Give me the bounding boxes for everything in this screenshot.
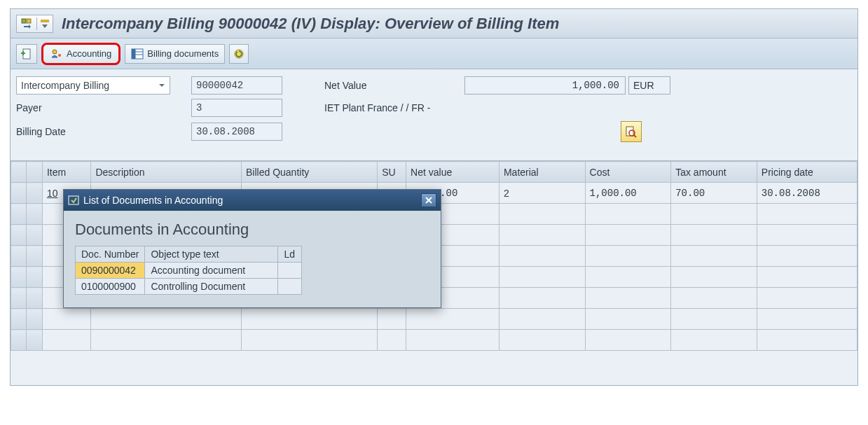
currency-field: EUR	[628, 76, 670, 95]
preview-button[interactable]	[621, 121, 642, 142]
items-table-wrap: Item Description Billed Quantity SU Net …	[11, 161, 857, 385]
doc-row[interactable]: 0100000900 Controlling Document	[76, 279, 302, 295]
cell-pricing-date: 30.08.2008	[757, 183, 857, 204]
billing-date-field[interactable]: 30.08.2008	[191, 123, 282, 141]
col-cost[interactable]: Cost	[585, 162, 671, 183]
popup-body: Documents in Accounting Doc. Number Obje…	[64, 211, 441, 307]
svg-point-7	[58, 54, 61, 57]
col-doc-number[interactable]: Doc. Number	[76, 246, 145, 263]
divider	[36, 18, 37, 30]
col-net-value[interactable]: Net value	[406, 162, 500, 183]
accounting-button[interactable]: Accounting	[41, 43, 120, 65]
obj-type-cell: Controlling Document	[145, 279, 278, 295]
col-su[interactable]: SU	[378, 162, 406, 183]
popup-window-icon	[68, 195, 79, 205]
svg-rect-12	[132, 49, 135, 59]
svg-point-6	[53, 50, 57, 54]
accounting-documents-popup: List of Documents in Accounting Document…	[63, 189, 441, 308]
table-header-row: Item Description Billed Quantity SU Net …	[11, 162, 857, 183]
popup-close-button[interactable]	[421, 193, 436, 207]
refresh-button[interactable]	[229, 44, 249, 64]
cell-material: 2	[499, 183, 585, 204]
row-handle-header	[11, 162, 27, 183]
display-change-icon	[20, 18, 33, 30]
cell-cost: 1,000.00	[585, 183, 671, 204]
dropdown-icon[interactable]	[41, 18, 49, 30]
doc-number-cell[interactable]: 0090000042	[76, 263, 145, 279]
payer-field[interactable]: 3	[191, 99, 282, 117]
doc-number-field[interactable]: 90000042	[191, 76, 282, 95]
ld-cell	[278, 279, 302, 295]
col-tax-amount[interactable]: Tax amount	[671, 162, 757, 183]
popup-heading: Documents in Accounting	[75, 221, 429, 239]
page-title: Intercompany Billing 90000042 (IV) Displ…	[62, 15, 559, 33]
popup-titlebar[interactable]: List of Documents in Accounting	[64, 190, 441, 211]
billing-documents-label: Billing documents	[147, 48, 219, 59]
cell-tax-amount: 70.00	[671, 183, 757, 204]
billing-documents-button[interactable]: Billing documents	[125, 44, 225, 64]
accounting-icon	[50, 48, 63, 60]
row-handle[interactable]	[27, 183, 42, 204]
col-description[interactable]: Description	[91, 162, 242, 183]
toolbar: Accounting Billing documents	[11, 39, 857, 69]
close-icon	[425, 196, 433, 204]
payer-text: IET Plant France / / FR -	[324, 102, 430, 113]
add-document-button[interactable]	[16, 44, 37, 64]
billing-date-label: Billing Date	[16, 126, 66, 137]
title-mode-toggle[interactable]	[16, 15, 53, 33]
col-pricing-date[interactable]: Pricing date	[757, 162, 857, 183]
net-value-field: 1,000.00	[464, 76, 626, 95]
table-row	[11, 309, 857, 330]
popup-title-text: List of Documents in Accounting	[83, 195, 223, 206]
svg-rect-1	[27, 19, 31, 23]
row-handle-header	[27, 162, 42, 183]
table-row	[11, 330, 857, 351]
magnify-icon	[625, 125, 638, 138]
chevron-down-icon	[158, 82, 165, 89]
payer-label: Payer	[16, 102, 42, 113]
form-area: Intercompany Billing 90000042 Net Value …	[11, 69, 857, 161]
svg-line-16	[634, 135, 636, 137]
doc-number-cell[interactable]: 0100000900	[76, 279, 145, 295]
svg-rect-2	[41, 20, 49, 22]
net-value-label: Net Value	[324, 80, 401, 91]
col-billed-qty[interactable]: Billed Quantity	[242, 162, 378, 183]
doc-type-value: Intercompany Billing	[21, 80, 109, 91]
doc-type-dropdown[interactable]: Intercompany Billing	[16, 76, 170, 95]
ld-cell	[278, 263, 302, 279]
col-item[interactable]: Item	[42, 162, 90, 183]
svg-rect-5	[22, 51, 24, 55]
col-material[interactable]: Material	[499, 162, 585, 183]
row-handle[interactable]	[11, 183, 27, 204]
grid-icon	[131, 48, 144, 60]
document-plus-icon	[20, 48, 33, 60]
col-ld[interactable]: Ld	[278, 246, 302, 263]
titlebar: Intercompany Billing 90000042 (IV) Displ…	[11, 9, 857, 39]
svg-rect-0	[22, 19, 26, 23]
refresh-icon	[233, 48, 244, 60]
accounting-docs-table: Doc. Number Object type text Ld 00900000…	[75, 246, 302, 295]
obj-type-cell: Accounting document	[145, 263, 278, 279]
doc-row[interactable]: 0090000042 Accounting document	[76, 263, 302, 279]
col-obj-type[interactable]: Object type text	[145, 246, 278, 263]
accounting-label: Accounting	[67, 48, 111, 59]
